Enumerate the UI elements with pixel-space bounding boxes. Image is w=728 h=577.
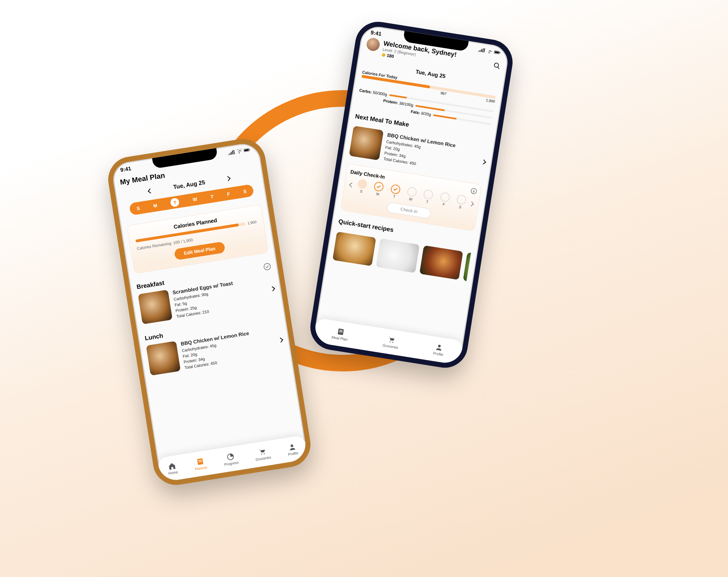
wifi-icon	[486, 48, 493, 54]
nav-planner[interactable]: Planner	[193, 457, 208, 471]
remaining-value: 100 / 1,900	[173, 238, 193, 245]
fats-value: 8/20g	[421, 111, 431, 117]
breakfast-thumb	[138, 290, 173, 324]
svg-line-14	[497, 67, 500, 69]
nav-progress[interactable]: Progress	[223, 452, 239, 466]
calories-goal: 1,900	[486, 98, 495, 103]
checkin-prev[interactable]	[349, 182, 354, 187]
wifi-icon	[235, 149, 243, 154]
checkin-day-s[interactable]	[357, 179, 368, 190]
carbs-label: Carbs:	[359, 88, 372, 94]
calories-current: 967	[440, 91, 447, 96]
day-w[interactable]: W	[192, 196, 197, 202]
recipe-thumb[interactable]	[463, 252, 471, 281]
checkin-button[interactable]: Check-in	[387, 202, 431, 219]
nav-groceries[interactable]: Groceries	[382, 335, 400, 349]
search-button[interactable]	[493, 62, 501, 71]
svg-rect-1	[244, 149, 249, 151]
nav-groceries[interactable]: Groceries	[254, 446, 271, 461]
status-time: 9:41	[120, 165, 131, 173]
battery-icon	[494, 49, 501, 55]
svg-rect-11	[494, 51, 499, 53]
next-day-button[interactable]	[226, 176, 231, 181]
svg-point-13	[494, 63, 499, 67]
coin-icon	[382, 53, 385, 57]
svg-point-7	[261, 454, 262, 455]
checkin-day-f[interactable]	[440, 192, 450, 203]
planner-icon	[336, 327, 345, 336]
search-icon	[493, 62, 501, 70]
svg-rect-2	[249, 149, 250, 150]
profile-icon	[435, 343, 444, 352]
profile-icon	[288, 442, 297, 452]
remaining-label: Calories Remaining:	[136, 241, 173, 251]
svg-point-18	[389, 341, 391, 342]
phone-home: 9:41 Welcome back, Sydney! Level: 2 (Beg…	[307, 18, 516, 371]
fats-label: Fats:	[410, 109, 420, 115]
current-date: Tue, Aug 25	[173, 179, 206, 191]
checkin-day-m[interactable]	[374, 181, 384, 192]
day-s2[interactable]: S	[243, 188, 247, 194]
meal-breakfast: Breakfast Scrambled Eggs w/ Toast Carboh…	[136, 261, 277, 325]
chevron-right-icon[interactable]	[481, 159, 486, 164]
calories-max: 1,900	[247, 220, 257, 225]
checkin-day-s2[interactable]	[456, 194, 467, 205]
nav-home[interactable]: Home	[167, 461, 178, 475]
prev-day-button[interactable]	[148, 189, 153, 194]
signal-icon	[228, 150, 235, 155]
nav-meal-plan[interactable]: Meal Plan	[331, 326, 349, 342]
recipe-thumb[interactable]	[332, 232, 376, 266]
day-s[interactable]: S	[136, 205, 140, 211]
checkin-day-w[interactable]	[406, 186, 417, 197]
nav-profile[interactable]: Profile	[433, 343, 445, 357]
protein-label: Protein:	[383, 98, 398, 105]
signal-icon	[478, 47, 485, 53]
svg-point-19	[392, 342, 393, 343]
nav-profile[interactable]: Profile	[287, 442, 298, 456]
cart-icon	[387, 335, 396, 344]
nav-groceries-label: Groceries	[382, 343, 398, 349]
edit-meal-plan-button[interactable]: Edit Meal Plan	[174, 241, 226, 260]
nav-profile-label: Profile	[288, 451, 298, 456]
status-icons	[478, 47, 501, 55]
status-icons	[228, 147, 250, 155]
progress-icon	[226, 452, 235, 461]
svg-point-9	[290, 444, 293, 447]
nav-progress-label: Progress	[224, 460, 239, 466]
breakfast-done-icon[interactable]	[263, 263, 271, 271]
checkin-next[interactable]	[469, 201, 474, 206]
recipe-thumb[interactable]	[419, 245, 463, 280]
home-icon	[167, 461, 176, 470]
avatar[interactable]	[366, 37, 380, 52]
svg-point-8	[264, 453, 265, 454]
day-t-selected[interactable]: T	[170, 197, 180, 207]
nav-mealplan-label: Meal Plan	[331, 335, 348, 342]
checkin-day-t[interactable]	[390, 184, 401, 195]
day-f[interactable]: F	[227, 191, 230, 197]
cart-icon	[258, 447, 267, 456]
svg-point-20	[438, 344, 441, 347]
recipe-thumb[interactable]	[376, 238, 419, 273]
day-m[interactable]: M	[153, 203, 157, 209]
nav-groceries-label: Groceries	[255, 455, 271, 462]
calories-planned-card: Calories Planned 1,900 Calories Remainin…	[127, 204, 269, 274]
breakfast-heading: Breakfast	[136, 279, 165, 291]
planner-icon	[196, 457, 205, 466]
coin-value: 180	[387, 53, 394, 59]
lunch-heading: Lunch	[144, 332, 164, 342]
nav-profile-label: Profile	[433, 351, 444, 356]
battery-icon	[243, 147, 250, 153]
svg-rect-12	[500, 52, 500, 53]
status-time: 9:41	[370, 29, 382, 37]
protein-value: 38/100g	[399, 101, 414, 107]
meal-lunch: Lunch BBQ Chicken w/ Lemon Rice Carbohyd…	[144, 312, 285, 376]
lunch-thumb	[146, 341, 180, 376]
next-meal-thumb	[349, 126, 384, 160]
carbs-value: 50/300g	[372, 90, 387, 97]
chevron-right-icon[interactable]	[270, 286, 275, 291]
checkin-day-t2[interactable]	[423, 189, 434, 200]
bottom-nav: Home Planner Progress Groceries Profile	[157, 435, 308, 483]
chevron-right-icon[interactable]	[278, 338, 283, 343]
day-t2[interactable]: T	[210, 194, 214, 199]
nav-home-label: Home	[168, 470, 178, 475]
